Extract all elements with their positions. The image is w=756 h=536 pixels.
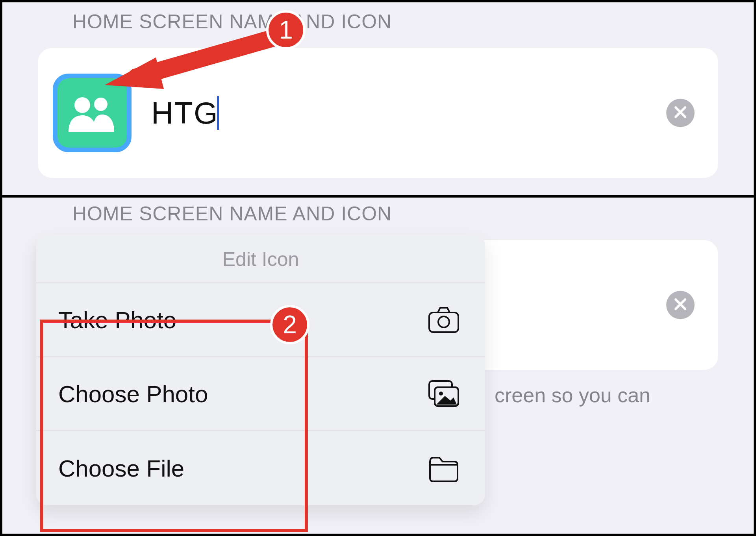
svg-point-0	[74, 97, 90, 113]
panel-step-1: HOME SCREEN NAME AND ICON HTG	[2, 2, 754, 195]
shortcut-name-value: HTG	[151, 95, 219, 131]
menu-item-label: Choose Photo	[58, 381, 208, 408]
camera-icon	[426, 302, 461, 338]
shortcut-icon-button[interactable]	[53, 74, 132, 152]
folder-icon	[426, 451, 461, 486]
close-icon	[673, 297, 687, 313]
photos-icon	[426, 376, 461, 412]
annotation-badge-2: 2	[270, 305, 309, 344]
menu-item-take-photo[interactable]: Take Photo	[36, 283, 485, 357]
shortcut-name-input[interactable]: HTG	[151, 95, 666, 131]
close-icon	[673, 105, 687, 121]
section-header: HOME SCREEN NAME AND ICON	[72, 10, 392, 33]
menu-item-choose-photo[interactable]: Choose Photo	[36, 357, 485, 431]
text-cursor	[217, 96, 219, 130]
menu-item-choose-file[interactable]: Choose File	[36, 431, 485, 505]
clear-button[interactable]	[666, 291, 695, 319]
edit-icon-menu: Edit Icon Take Photo Choose Photo	[36, 234, 485, 505]
clear-button[interactable]	[666, 99, 695, 127]
menu-item-label: Choose File	[58, 455, 184, 482]
section-header: HOME SCREEN NAME AND ICON	[72, 202, 392, 225]
svg-point-4	[438, 316, 449, 327]
svg-rect-3	[429, 312, 458, 332]
name-icon-card: HTG	[38, 48, 718, 178]
svg-point-8	[439, 392, 443, 396]
svg-point-1	[94, 98, 107, 111]
annotation-badge-1: 1	[266, 10, 306, 50]
panel-step-2: HOME SCREEN NAME AND ICON creen so you c…	[2, 195, 754, 534]
menu-item-label: Take Photo	[58, 307, 176, 334]
tutorial-frame: HOME SCREEN NAME AND ICON HTG	[0, 0, 756, 536]
people-icon	[65, 92, 120, 133]
helper-text-fragment: creen so you can	[495, 383, 650, 407]
edit-icon-menu-title: Edit Icon	[36, 234, 485, 283]
